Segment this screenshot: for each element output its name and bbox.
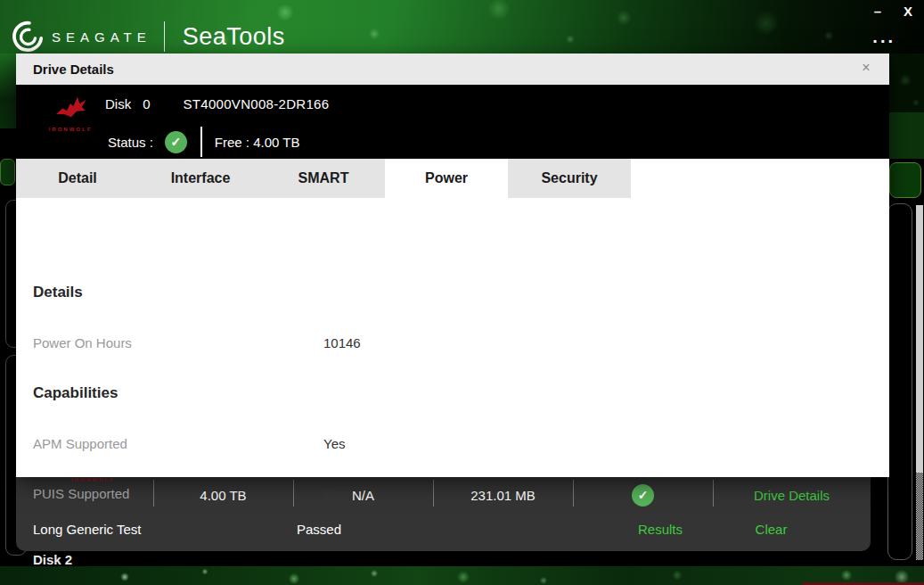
brand-divider: [164, 21, 165, 52]
drive-row-card: IRONWOLF 4.00 TB N/A 231.01 MB ✓ Drive D…: [16, 475, 871, 551]
background-banner-right: [889, 54, 924, 112]
app-header: SEAGATE SeaTools – X ...: [0, 0, 924, 54]
bottom-green-band: [0, 566, 924, 585]
column-divider: [293, 480, 294, 507]
puis-supported-value: Yes: [323, 486, 345, 501]
section-heading-details: Details: [33, 284, 83, 301]
next-disk-label: Disk 2: [33, 552, 72, 567]
scrollbar-track[interactable]: [916, 473, 923, 560]
drive-summary-row: 4.00 TB N/A 231.01 MB ✓ Drive Details: [16, 480, 871, 510]
puis-supported-label: PUIS Supported: [33, 486, 129, 501]
drive-status-cell: ✓: [573, 484, 713, 507]
close-window-button[interactable]: X: [899, 4, 917, 19]
brand-name: SEAGATE: [52, 29, 151, 45]
results-link[interactable]: Results: [611, 522, 709, 537]
drive-details-cell: Drive Details: [713, 488, 871, 503]
test-name: Long Generic Test: [33, 522, 141, 537]
seatools-window: SEAGATE SeaTools – X ... IRONWOLF 4.00 T…: [0, 0, 924, 585]
apm-supported-value: Yes: [323, 436, 345, 451]
overflow-menu-icon[interactable]: ...: [872, 32, 895, 41]
background-button-left-edge: [0, 159, 15, 185]
scrollbar-thumb[interactable]: [916, 205, 923, 473]
scrollbar[interactable]: [916, 205, 923, 560]
background-button-right-edge: [889, 162, 921, 198]
power-on-hours-value: 10146: [323, 335, 361, 350]
power-on-hours-label: Power On Hours: [33, 335, 132, 350]
drive-details-link[interactable]: Drive Details: [754, 488, 830, 503]
seagate-logo-icon: [11, 20, 45, 54]
clear-link[interactable]: Clear: [729, 522, 814, 537]
column-divider: [433, 480, 434, 507]
app-title: SeaTools: [183, 23, 285, 51]
column-divider: [573, 480, 574, 507]
background-panel-right: [889, 112, 924, 159]
test-result: Passed: [297, 522, 341, 537]
apm-supported-label: APM Supported: [33, 436, 127, 451]
drive-value-na: N/A: [293, 488, 433, 503]
power-tab-content: Details Power On Hours 10146 Capabilitie…: [16, 198, 889, 477]
drive-capacity: 4.00 TB: [153, 488, 293, 503]
background-card-edge: [887, 203, 912, 560]
brand: SEAGATE SeaTools: [11, 20, 285, 54]
drive-details-dialog: Drive Details × IRONWOLF Disk 0 ST4000VN…: [16, 54, 889, 477]
column-divider: [713, 480, 714, 507]
column-divider: [153, 480, 154, 507]
section-heading-capabilities: Capabilities: [33, 384, 118, 402]
test-result-row: Long Generic Test Passed Results Clear: [16, 515, 871, 545]
minimize-button[interactable]: –: [869, 4, 887, 19]
status-check-icon: ✓: [632, 484, 654, 507]
background-banner-left: [0, 54, 16, 128]
window-controls: – X: [869, 4, 917, 19]
drive-cache-size: 231.01 MB: [433, 488, 573, 503]
